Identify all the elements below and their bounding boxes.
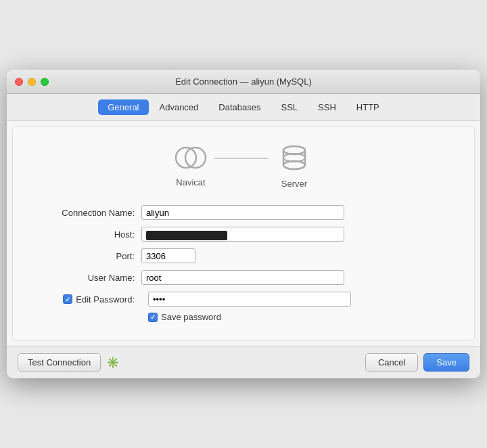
server-diagram-item: Server [275,141,313,189]
username-row: User Name: [47,270,440,285]
titlebar: Edit Connection — aliyun (MySQL) [7,70,480,94]
edit-password-label: Edit Password: [76,294,135,305]
port-row: Port: [47,248,440,263]
save-button[interactable]: Save [423,353,469,372]
port-input[interactable] [141,248,195,263]
connection-name-row: Connection Name: [47,205,440,220]
connection-form: Connection Name: Host: Port: User Name: [26,205,461,322]
connection-name-label: Connection Name: [47,208,141,218]
maximize-button[interactable] [41,78,49,86]
minimize-button[interactable] [28,78,36,86]
username-label: User Name: [47,273,141,283]
test-connection-button[interactable]: Test Connection [18,353,101,372]
save-password-checkbox[interactable] [148,313,158,322]
footer-right: Cancel Save [365,353,469,372]
navicat-label: Navicat [176,177,205,187]
tab-general[interactable]: General [98,99,148,115]
connection-name-input[interactable] [141,205,344,220]
password-input[interactable] [148,292,351,307]
port-label: Port: [47,251,141,261]
connection-diagram: Navicat Server [26,141,461,189]
username-input[interactable] [141,270,344,285]
content-area: Navicat Server [12,127,475,340]
cancel-button[interactable]: Cancel [365,353,418,372]
footer: Test Connection ✳️ Cancel Save [7,346,480,378]
main-window: Edit Connection — aliyun (MySQL) General… [7,70,480,378]
tab-http[interactable]: HTTP [347,99,389,115]
window-title: Edit Connection — aliyun (MySQL) [175,76,312,87]
host-row: Host: [47,227,440,242]
server-icon [275,141,313,175]
host-input[interactable] [141,227,344,242]
server-label: Server [281,179,307,189]
diagram-connector [214,158,269,159]
edit-password-row: Edit Password: [47,292,440,307]
tab-ssl[interactable]: SSL [271,99,307,115]
redacted-content [146,231,227,240]
tabs-bar: General Advanced Databases SSL SSH HTTP [7,94,480,121]
footer-left: Test Connection ✳️ [18,353,120,372]
tab-databases[interactable]: Databases [209,99,270,115]
close-button[interactable] [15,78,23,86]
edit-password-label-area: Edit Password: [47,294,141,305]
save-password-label: Save password [161,312,221,322]
tab-ssh[interactable]: SSH [308,99,346,115]
host-label: Host: [47,229,141,240]
navicat-icon [174,142,208,173]
edit-password-checkbox[interactable] [63,294,72,304]
navicat-diagram-item: Navicat [174,142,208,187]
traffic-lights [15,78,49,86]
spinner-icon: ✳️ [106,356,120,369]
save-password-row: Save password [148,312,440,322]
tab-advanced[interactable]: Advanced [150,99,208,115]
